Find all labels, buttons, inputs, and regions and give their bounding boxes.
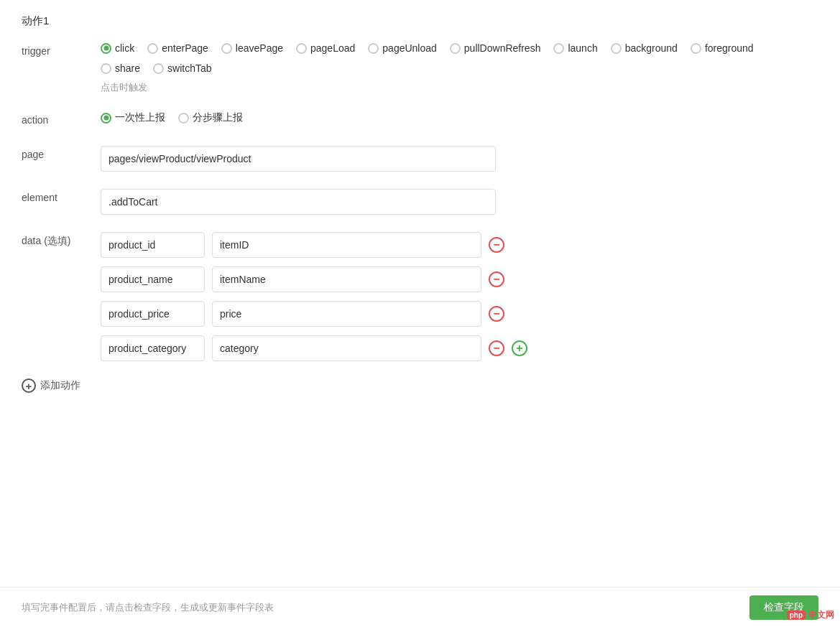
data-rows-container: − − −	[101, 232, 818, 361]
trigger-row: trigger click enterPage leavePage pageLo…	[22, 42, 818, 94]
element-content	[101, 189, 818, 215]
action-radio-group: 一次性上报 分步骤上报	[101, 111, 818, 129]
data-key-1[interactable]	[101, 266, 205, 292]
trigger-option-click[interactable]: click	[101, 42, 134, 54]
remove-row-0-button[interactable]: −	[489, 237, 504, 253]
remove-row-2-button[interactable]: −	[489, 306, 504, 322]
watermark-php: php	[787, 610, 806, 620]
data-key-0[interactable]	[101, 232, 205, 258]
trigger-option-leavePage[interactable]: leavePage	[221, 42, 283, 54]
minus-icon-0: −	[489, 237, 504, 253]
action-title: 动作1	[22, 14, 818, 28]
trigger-content: click enterPage leavePage pageLoad pageU…	[101, 42, 818, 94]
trigger-option-switchTab[interactable]: switchTab	[153, 62, 211, 74]
data-content: − − −	[101, 232, 818, 361]
data-row-3: − +	[101, 335, 818, 361]
trigger-option-share[interactable]: share	[101, 62, 140, 74]
remove-row-1-button[interactable]: −	[489, 271, 504, 287]
trigger-hint: 点击时触发	[101, 81, 818, 94]
trigger-label: trigger	[22, 42, 101, 57]
bottom-hint: 填写完事件配置后，请点击检查字段，生成或更新事件字段表	[22, 601, 274, 614]
data-row-1: −	[101, 266, 818, 292]
page-field-row: page	[22, 146, 818, 172]
trigger-option-pageLoad[interactable]: pageLoad	[296, 42, 355, 54]
data-val-1[interactable]	[212, 266, 481, 292]
data-key-2[interactable]	[101, 301, 205, 327]
page-container: 动作1 trigger click enterPage leavePage	[0, 0, 840, 627]
action-option-once[interactable]: 一次性上报	[101, 111, 165, 124]
trigger-option-background[interactable]: background	[611, 42, 678, 54]
add-action-icon: +	[22, 378, 36, 393]
trigger-option-pullDownRefresh[interactable]: pullDownRefresh	[450, 42, 541, 54]
element-row: element	[22, 189, 818, 215]
trigger-option-foreground[interactable]: foreground	[691, 42, 754, 54]
action-content: 一次性上报 分步骤上报	[101, 111, 818, 129]
page-field-label: page	[22, 146, 101, 160]
action-option-step[interactable]: 分步骤上报	[178, 111, 243, 124]
action-row: action 一次性上报 分步骤上报	[22, 111, 818, 129]
plus-icon: +	[512, 340, 527, 356]
watermark-cn: 中文网	[808, 609, 834, 621]
add-action-label: 添加动作	[40, 379, 80, 392]
watermark: php 中文网	[787, 609, 834, 621]
add-row-button[interactable]: +	[512, 340, 527, 356]
element-label: element	[22, 189, 101, 203]
add-action-row[interactable]: + 添加动作	[22, 378, 818, 393]
data-row: data (选填) − −	[22, 232, 818, 361]
data-val-3[interactable]	[212, 335, 481, 361]
data-row-2: −	[101, 301, 818, 327]
element-input[interactable]	[101, 189, 496, 215]
minus-icon-1: −	[489, 271, 504, 287]
page-field-input[interactable]	[101, 146, 496, 172]
trigger-option-pageUnload[interactable]: pageUnload	[368, 42, 437, 54]
data-val-2[interactable]	[212, 301, 481, 327]
data-key-3[interactable]	[101, 335, 205, 361]
data-val-0[interactable]	[212, 232, 481, 258]
bottom-bar: 填写完事件配置后，请点击检查字段，生成或更新事件字段表 检查字段 php 中文网	[0, 587, 840, 627]
minus-icon-3: −	[489, 340, 504, 356]
trigger-option-launch[interactable]: launch	[553, 42, 597, 54]
remove-row-3-button[interactable]: −	[489, 340, 504, 356]
action-label: action	[22, 111, 101, 126]
minus-icon-2: −	[489, 306, 504, 322]
trigger-option-enterPage[interactable]: enterPage	[147, 42, 208, 54]
data-label: data (选填)	[22, 232, 101, 248]
page-field-content	[101, 146, 818, 172]
data-row-0: −	[101, 232, 818, 258]
trigger-radio-group: click enterPage leavePage pageLoad pageU…	[101, 42, 818, 78]
